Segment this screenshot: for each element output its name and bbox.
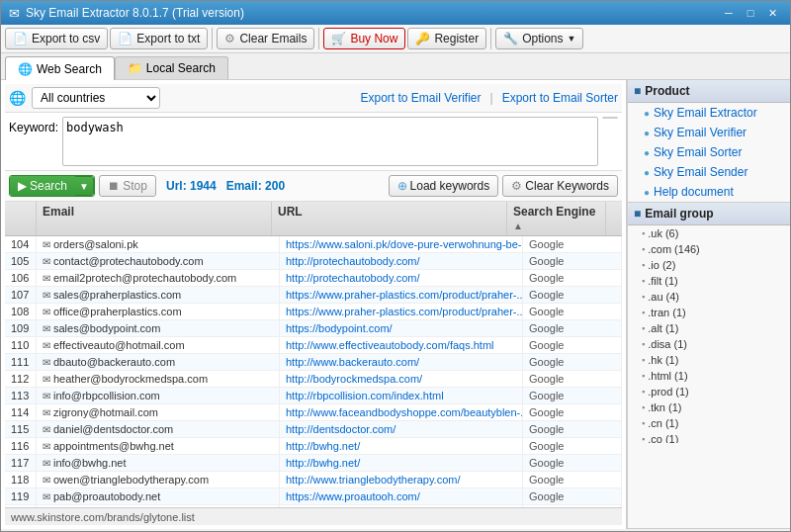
email-group-item[interactable]: ▪ .cn (1) xyxy=(628,415,790,431)
separator-2 xyxy=(318,28,319,49)
cell-email[interactable]: ✉ appointments@bwhg.net xyxy=(37,438,280,454)
register-button[interactable]: 🔑 Register xyxy=(407,28,486,49)
export-csv-button[interactable]: 📄 Export to csv xyxy=(5,28,108,49)
clear-emails-button[interactable]: ⚙ Clear Emails xyxy=(217,28,314,49)
clear-keywords-button[interactable]: ⚙ Clear Keywords xyxy=(502,175,618,197)
email-group-item[interactable]: ▪ .prod (1) xyxy=(628,384,790,399)
cell-url[interactable]: https://www.proautooh.com/ xyxy=(280,488,523,504)
cell-email[interactable]: ✉ contact@protechautobody.com xyxy=(37,253,280,269)
cell-url[interactable]: http://bwhg.net/ xyxy=(280,455,523,471)
export-verifier-link[interactable]: Export to Email Verifier xyxy=(360,91,481,105)
cell-email[interactable]: ✉ info@bwhg.net xyxy=(37,455,280,471)
options-button[interactable]: 🔧 Options ▼ xyxy=(495,28,583,49)
cell-url[interactable]: http://www.trianglebodytherapy.com/ xyxy=(280,472,523,488)
maximize-button[interactable]: □ xyxy=(741,4,760,22)
product-section: ■ Product ● Sky Email Extractor ● Sky Em… xyxy=(628,80,790,203)
cell-email[interactable]: ✉ pab@proautobody.net xyxy=(37,488,280,504)
eg-label: .html (1) xyxy=(648,370,687,382)
cell-email[interactable]: ✉ owen@trianglebodytherapy.com xyxy=(37,472,280,488)
email-icon: ✉ xyxy=(43,441,50,452)
email-group-item[interactable]: ▪ .tkn (1) xyxy=(628,399,790,415)
cell-email[interactable]: ✉ sales@praherplastics.com xyxy=(37,287,280,303)
cell-url[interactable]: https://www.praher-plastics.com/product/… xyxy=(280,287,523,303)
eg-label: .io (2) xyxy=(648,259,675,271)
email-group-item[interactable]: ▪ .hk (1) xyxy=(628,352,790,368)
keyword-input[interactable]: bodywash xyxy=(62,117,598,166)
product-item[interactable]: ● Sky Email Sender xyxy=(628,162,790,182)
minimize-button[interactable]: ─ xyxy=(719,4,739,22)
email-group-item[interactable]: ▪ .disa (1) xyxy=(628,336,790,352)
cell-url[interactable]: http://www.effectiveautobody.com/faqs.ht… xyxy=(280,337,523,353)
cell-url[interactable]: http://bodyrockmedspa.com/ xyxy=(280,371,523,387)
cell-email[interactable]: ✉ info@rbpcollision.com xyxy=(37,388,280,403)
cell-num: 116 xyxy=(5,438,37,454)
cell-url[interactable]: https://bodypoint.com/ xyxy=(280,320,523,336)
clear-kw-icon: ⚙ xyxy=(511,179,522,193)
cell-url[interactable]: https://www.praher-plastics.com/product/… xyxy=(280,304,523,319)
cell-num: 106 xyxy=(5,270,37,286)
tab-web-search[interactable]: 🌐 Web Search xyxy=(5,56,115,80)
cell-email[interactable]: ✉ orders@saloni.pk xyxy=(37,236,280,252)
col-engine: Search Engine ▲ xyxy=(507,202,606,235)
product-item[interactable]: ● Sky Email Verifier xyxy=(628,123,790,142)
table-row: 113 ✉ info@rbpcollision.com http://rbpco… xyxy=(5,388,622,404)
product-bullet-icon: ● xyxy=(644,108,650,119)
stop-button[interactable]: ⏹ Stop xyxy=(99,175,156,197)
cell-email[interactable]: ✉ office@praherplastics.com xyxy=(37,304,280,319)
email-group-item[interactable]: ▪ .html (1) xyxy=(628,368,790,384)
eg-label: .hk (1) xyxy=(648,354,678,366)
status-bar: www.skinstore.com/brands/glytone.list xyxy=(5,507,622,525)
cell-url[interactable]: http://www.backerauto.com/ xyxy=(280,354,523,370)
keyword-scrollbar[interactable] xyxy=(602,117,618,119)
email-group-item[interactable]: ▪ .com (146) xyxy=(628,241,790,257)
cell-url[interactable]: http://bwhg.net/ xyxy=(280,438,523,454)
email-icon: ✉ xyxy=(43,407,50,418)
eg-label: .alt (1) xyxy=(648,322,678,334)
table-row: 111 ✉ dbauto@backerauto.com http://www.b… xyxy=(5,354,622,371)
table-row: 114 ✉ zigrony@hotmail.com http://www.fac… xyxy=(5,404,622,421)
product-item[interactable]: ● Help document xyxy=(628,182,790,202)
email-group-list: ▪ .uk (6) ▪ .com (146) ▪ .io (2) ▪ .filt… xyxy=(628,225,790,443)
email-icon: ✉ xyxy=(43,290,50,301)
product-item[interactable]: ● Sky Email Sorter xyxy=(628,142,790,162)
email-group-item[interactable]: ▪ .filt (1) xyxy=(628,273,790,289)
cell-email[interactable]: ✉ zigrony@hotmail.com xyxy=(37,404,280,420)
cell-url[interactable]: http://www.faceandbodyshoppe.com/beautyb… xyxy=(280,404,523,420)
options-icon: 🔧 xyxy=(503,32,518,45)
cell-email[interactable]: ✉ effectiveauto@hotmail.com xyxy=(37,337,280,353)
cell-url[interactable]: http://protechautobody.com/ xyxy=(280,253,523,269)
close-button[interactable]: ✕ xyxy=(762,4,782,22)
export-txt-button[interactable]: 📄 Export to txt xyxy=(110,28,208,49)
cell-email[interactable]: ✉ email2protech@protechautobody.com xyxy=(37,270,280,286)
email-group-item[interactable]: ▪ .io (2) xyxy=(628,257,790,273)
cell-email[interactable]: ✉ heather@bodyrockmedspa.com xyxy=(37,371,280,387)
cell-engine: Google xyxy=(523,472,622,488)
cell-email[interactable]: ✉ daniel@dentsdoctor.com xyxy=(37,421,280,437)
email-icon: ✉ xyxy=(43,458,50,469)
location-select[interactable]: All countries xyxy=(32,87,160,109)
load-keywords-button[interactable]: ⊕ Load keywords xyxy=(389,175,499,197)
cell-email[interactable]: ✉ sales@bodypoint.com xyxy=(37,320,280,336)
cell-email[interactable]: ✉ dbauto@backerauto.com xyxy=(37,354,280,370)
export-sorter-link[interactable]: Export to Email Sorter xyxy=(502,91,618,105)
dropdown-arrow-icon: ▼ xyxy=(567,34,575,44)
search-dropdown-button[interactable]: ▼ xyxy=(75,176,94,196)
eg-bullet-icon: ▪ xyxy=(642,228,645,238)
product-item[interactable]: ● Sky Email Extractor xyxy=(628,103,790,123)
eg-label: .tkn (1) xyxy=(648,401,681,413)
tab-local-search[interactable]: 📁 Local Search xyxy=(115,56,228,79)
cell-url[interactable]: http://protechautobody.com/ xyxy=(280,270,523,286)
cell-url[interactable]: http://rbpcollision.com/index.html xyxy=(280,388,523,403)
email-group-item[interactable]: ▪ .tran (1) xyxy=(628,305,790,320)
cell-num: 117 xyxy=(5,455,37,471)
table-body: 104 ✉ orders@saloni.pk https://www.salon… xyxy=(5,236,622,507)
search-button[interactable]: ▶ Search xyxy=(10,176,75,196)
email-group-item[interactable]: ▪ .au (4) xyxy=(628,289,790,305)
email-group-item[interactable]: ▪ .co (1) xyxy=(628,431,790,443)
email-group-item[interactable]: ▪ .alt (1) xyxy=(628,320,790,336)
buy-now-button[interactable]: 🛒 Buy Now xyxy=(323,28,405,49)
cell-url[interactable]: https://www.saloni.pk/dove-pure-verwohnu… xyxy=(280,236,523,252)
email-group-item[interactable]: ▪ .uk (6) xyxy=(628,225,790,241)
cell-url[interactable]: http://dentsdoctor.com/ xyxy=(280,421,523,437)
eg-label: .com (146) xyxy=(648,243,700,255)
